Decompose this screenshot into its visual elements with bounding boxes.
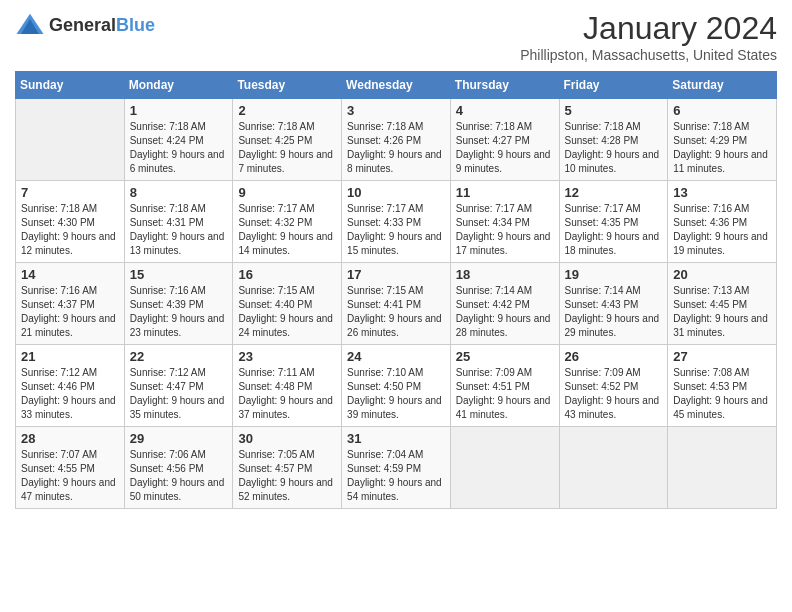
day-number: 5: [565, 103, 663, 118]
daylight: Daylight: 9 hours and 6 minutes.: [130, 148, 228, 176]
day-number: 16: [238, 267, 336, 282]
day-info: Sunrise: 7:14 AM Sunset: 4:43 PM Dayligh…: [565, 284, 663, 340]
day-info: Sunrise: 7:12 AM Sunset: 4:46 PM Dayligh…: [21, 366, 119, 422]
calendar-cell: 28 Sunrise: 7:07 AM Sunset: 4:55 PM Dayl…: [16, 427, 125, 509]
sunrise: Sunrise: 7:12 AM: [21, 366, 119, 380]
sunrise: Sunrise: 7:15 AM: [238, 284, 336, 298]
day-info: Sunrise: 7:11 AM Sunset: 4:48 PM Dayligh…: [238, 366, 336, 422]
day-number: 10: [347, 185, 445, 200]
sunset: Sunset: 4:47 PM: [130, 380, 228, 394]
daylight: Daylight: 9 hours and 13 minutes.: [130, 230, 228, 258]
header-friday: Friday: [559, 72, 668, 99]
sunset: Sunset: 4:26 PM: [347, 134, 445, 148]
day-info: Sunrise: 7:13 AM Sunset: 4:45 PM Dayligh…: [673, 284, 771, 340]
day-number: 22: [130, 349, 228, 364]
calendar-cell: [450, 427, 559, 509]
daylight: Daylight: 9 hours and 17 minutes.: [456, 230, 554, 258]
daylight: Daylight: 9 hours and 29 minutes.: [565, 312, 663, 340]
day-number: 11: [456, 185, 554, 200]
daylight: Daylight: 9 hours and 54 minutes.: [347, 476, 445, 504]
calendar-cell: 3 Sunrise: 7:18 AM Sunset: 4:26 PM Dayli…: [342, 99, 451, 181]
header-thursday: Thursday: [450, 72, 559, 99]
calendar-cell: 8 Sunrise: 7:18 AM Sunset: 4:31 PM Dayli…: [124, 181, 233, 263]
daylight: Daylight: 9 hours and 15 minutes.: [347, 230, 445, 258]
calendar-cell: 2 Sunrise: 7:18 AM Sunset: 4:25 PM Dayli…: [233, 99, 342, 181]
sunrise: Sunrise: 7:16 AM: [673, 202, 771, 216]
sunset: Sunset: 4:30 PM: [21, 216, 119, 230]
calendar-cell: 15 Sunrise: 7:16 AM Sunset: 4:39 PM Dayl…: [124, 263, 233, 345]
sunrise: Sunrise: 7:13 AM: [673, 284, 771, 298]
day-number: 26: [565, 349, 663, 364]
sunrise: Sunrise: 7:07 AM: [21, 448, 119, 462]
day-number: 27: [673, 349, 771, 364]
sunset: Sunset: 4:25 PM: [238, 134, 336, 148]
day-info: Sunrise: 7:17 AM Sunset: 4:35 PM Dayligh…: [565, 202, 663, 258]
calendar-table: Sunday Monday Tuesday Wednesday Thursday…: [15, 71, 777, 509]
sunrise: Sunrise: 7:16 AM: [21, 284, 119, 298]
day-number: 12: [565, 185, 663, 200]
calendar-cell: 22 Sunrise: 7:12 AM Sunset: 4:47 PM Dayl…: [124, 345, 233, 427]
day-number: 29: [130, 431, 228, 446]
day-info: Sunrise: 7:04 AM Sunset: 4:59 PM Dayligh…: [347, 448, 445, 504]
daylight: Daylight: 9 hours and 43 minutes.: [565, 394, 663, 422]
day-number: 20: [673, 267, 771, 282]
day-number: 23: [238, 349, 336, 364]
day-number: 25: [456, 349, 554, 364]
calendar-body: 1 Sunrise: 7:18 AM Sunset: 4:24 PM Dayli…: [16, 99, 777, 509]
sunrise: Sunrise: 7:17 AM: [347, 202, 445, 216]
day-info: Sunrise: 7:15 AM Sunset: 4:41 PM Dayligh…: [347, 284, 445, 340]
logo-text-blue: Blue: [116, 15, 155, 35]
day-number: 15: [130, 267, 228, 282]
sunset: Sunset: 4:45 PM: [673, 298, 771, 312]
calendar-cell: 12 Sunrise: 7:17 AM Sunset: 4:35 PM Dayl…: [559, 181, 668, 263]
day-info: Sunrise: 7:18 AM Sunset: 4:29 PM Dayligh…: [673, 120, 771, 176]
daylight: Daylight: 9 hours and 12 minutes.: [21, 230, 119, 258]
calendar-cell: 24 Sunrise: 7:10 AM Sunset: 4:50 PM Dayl…: [342, 345, 451, 427]
daylight: Daylight: 9 hours and 47 minutes.: [21, 476, 119, 504]
daylight: Daylight: 9 hours and 31 minutes.: [673, 312, 771, 340]
sunrise: Sunrise: 7:16 AM: [130, 284, 228, 298]
header-tuesday: Tuesday: [233, 72, 342, 99]
sunset: Sunset: 4:55 PM: [21, 462, 119, 476]
day-number: 7: [21, 185, 119, 200]
calendar-week-4: 21 Sunrise: 7:12 AM Sunset: 4:46 PM Dayl…: [16, 345, 777, 427]
day-info: Sunrise: 7:09 AM Sunset: 4:51 PM Dayligh…: [456, 366, 554, 422]
sunrise: Sunrise: 7:08 AM: [673, 366, 771, 380]
sunset: Sunset: 4:50 PM: [347, 380, 445, 394]
title-section: January 2024 Phillipston, Massachusetts,…: [520, 10, 777, 63]
sunset: Sunset: 4:35 PM: [565, 216, 663, 230]
subtitle: Phillipston, Massachusetts, United State…: [520, 47, 777, 63]
header-saturday: Saturday: [668, 72, 777, 99]
daylight: Daylight: 9 hours and 28 minutes.: [456, 312, 554, 340]
day-info: Sunrise: 7:17 AM Sunset: 4:33 PM Dayligh…: [347, 202, 445, 258]
sunset: Sunset: 4:34 PM: [456, 216, 554, 230]
day-number: 3: [347, 103, 445, 118]
day-number: 2: [238, 103, 336, 118]
header-wednesday: Wednesday: [342, 72, 451, 99]
calendar-cell: 27 Sunrise: 7:08 AM Sunset: 4:53 PM Dayl…: [668, 345, 777, 427]
daylight: Daylight: 9 hours and 33 minutes.: [21, 394, 119, 422]
daylight: Daylight: 9 hours and 26 minutes.: [347, 312, 445, 340]
calendar-cell: 4 Sunrise: 7:18 AM Sunset: 4:27 PM Dayli…: [450, 99, 559, 181]
day-number: 9: [238, 185, 336, 200]
sunset: Sunset: 4:28 PM: [565, 134, 663, 148]
day-number: 17: [347, 267, 445, 282]
sunset: Sunset: 4:32 PM: [238, 216, 336, 230]
calendar-cell: 26 Sunrise: 7:09 AM Sunset: 4:52 PM Dayl…: [559, 345, 668, 427]
sunset: Sunset: 4:36 PM: [673, 216, 771, 230]
header-monday: Monday: [124, 72, 233, 99]
sunrise: Sunrise: 7:12 AM: [130, 366, 228, 380]
sunrise: Sunrise: 7:15 AM: [347, 284, 445, 298]
day-info: Sunrise: 7:17 AM Sunset: 4:34 PM Dayligh…: [456, 202, 554, 258]
daylight: Daylight: 9 hours and 14 minutes.: [238, 230, 336, 258]
calendar-cell: 31 Sunrise: 7:04 AM Sunset: 4:59 PM Dayl…: [342, 427, 451, 509]
logo-icon: [15, 10, 45, 40]
sunset: Sunset: 4:29 PM: [673, 134, 771, 148]
day-info: Sunrise: 7:09 AM Sunset: 4:52 PM Dayligh…: [565, 366, 663, 422]
calendar-cell: 5 Sunrise: 7:18 AM Sunset: 4:28 PM Dayli…: [559, 99, 668, 181]
day-info: Sunrise: 7:16 AM Sunset: 4:36 PM Dayligh…: [673, 202, 771, 258]
day-info: Sunrise: 7:18 AM Sunset: 4:31 PM Dayligh…: [130, 202, 228, 258]
day-number: 21: [21, 349, 119, 364]
calendar-cell: 13 Sunrise: 7:16 AM Sunset: 4:36 PM Dayl…: [668, 181, 777, 263]
daylight: Daylight: 9 hours and 11 minutes.: [673, 148, 771, 176]
